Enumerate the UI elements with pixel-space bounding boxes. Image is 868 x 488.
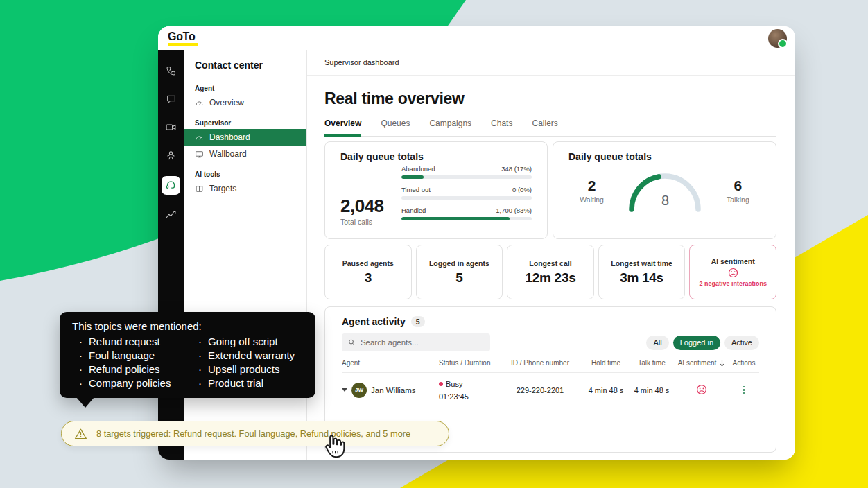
table-row-jan-williams[interactable]: JW Jan Williams Busy 01:23:45 229-220-22… <box>342 373 759 408</box>
hand-cursor <box>322 433 348 464</box>
bar-fill <box>401 175 424 179</box>
tooltip-title: This topics were mentioned: <box>72 320 304 332</box>
hold-time: 4 min 48 s <box>583 386 629 394</box>
stat-label: Longest call <box>529 259 571 268</box>
chat-icon[interactable] <box>162 89 180 108</box>
total-calls-label: Total calls <box>340 218 401 226</box>
sentiment-cell[interactable] <box>675 384 729 397</box>
card-title: Daily queue totals <box>568 151 761 162</box>
status-label: Busy <box>446 380 462 388</box>
status-duration: 01:23:45 <box>439 392 497 401</box>
daily-queue-totals-gauge-card: Daily queue totals 2 Waiting <box>553 141 776 239</box>
sad-face-icon <box>696 384 707 395</box>
video-icon[interactable] <box>162 118 180 137</box>
gauge-center-value: 8 <box>661 193 669 209</box>
nav-item-dashboard[interactable]: Dashboard <box>184 129 306 146</box>
agent-count-badge: 5 <box>411 316 425 327</box>
col-id-phone[interactable]: ID / Phone number <box>497 358 583 368</box>
wallboard-icon <box>195 150 204 159</box>
search-agents-box[interactable] <box>342 333 490 351</box>
bar-value: 1,700 (83%) <box>496 207 532 214</box>
filter-chip-all[interactable]: All <box>646 336 668 350</box>
stat-card-logged-in-agents: Logged in agents 5 <box>416 245 503 299</box>
nav-section-agent: Agent <box>184 76 306 94</box>
stat-value: 12m 23s <box>526 270 576 286</box>
nav-section-supervisor: Supervisor <box>184 111 306 129</box>
queue-bars: Abandoned 348 (17%) Timed out 0 (0%) <box>401 165 532 227</box>
tooltip-topic: Refund policies <box>72 363 191 375</box>
tooltip-topic: Foul language <box>72 349 191 361</box>
dashboard-gauge-icon <box>195 98 204 107</box>
bar-value: 0 (0%) <box>512 186 532 193</box>
tab-campaigns[interactable]: Campaigns <box>429 119 471 137</box>
col-hold-time[interactable]: Hold time <box>583 358 629 368</box>
stat-label: Logged in agents <box>429 259 489 268</box>
analytics-icon[interactable] <box>162 206 180 225</box>
search-input[interactable] <box>361 338 484 347</box>
targets-triggered-alert[interactable]: 8 targets triggered: Refund request. Fou… <box>61 421 449 446</box>
phone-number: 229-220-2201 <box>497 386 583 394</box>
tab-queues[interactable]: Queues <box>381 119 410 137</box>
dashboard-gauge-icon <box>195 133 204 142</box>
page-title: Real time overview <box>324 89 795 108</box>
expand-caret-icon[interactable] <box>342 388 347 392</box>
nav-item-label: Overview <box>209 98 244 107</box>
tooltip-topic: Going off script <box>191 336 304 347</box>
headset-icon[interactable] <box>162 176 180 195</box>
row-actions-kebab-icon[interactable] <box>729 386 759 394</box>
topics-tooltip: This topics were mentioned: Refund reque… <box>60 312 315 398</box>
queue-gauge: 8 <box>626 169 704 212</box>
stat-value: 3 <box>365 270 372 286</box>
stat-card-longest-wait-time: Longest wait time 3m 14s <box>598 245 686 299</box>
filter-chip-active[interactable]: Active <box>724 336 759 350</box>
stat-card-paused-agents: Paused agents 3 <box>324 245 412 299</box>
app-icon-rail <box>158 50 184 460</box>
targets-icon <box>195 184 204 193</box>
tooltip-topic: Product trial <box>191 377 304 389</box>
stat-card-longest-call: Longest call 12m 23s <box>507 245 594 299</box>
app-topbar: GoTo <box>158 26 795 50</box>
bar-row-abandoned: Abandoned 348 (17%) <box>401 165 532 179</box>
bar-label: Abandoned <box>401 165 435 173</box>
sentiment-caption: 2 negative interactions <box>699 280 767 287</box>
col-agent[interactable]: Agent <box>342 358 439 368</box>
col-ai-sentiment-label: AI sentiment <box>678 358 717 368</box>
stat-value: 3m 14s <box>620 270 663 286</box>
phone-icon[interactable] <box>162 61 180 80</box>
stat-value: 5 <box>455 270 462 286</box>
nav-item-wallboard[interactable]: Wallboard <box>184 146 306 162</box>
tab-callers[interactable]: Callers <box>532 119 557 137</box>
nav-item-targets[interactable]: Targets <box>184 180 306 197</box>
main-content: Supervisor dashboard Real time overview … <box>307 50 795 460</box>
card-title: Daily queue totals <box>340 151 532 162</box>
col-ai-sentiment[interactable]: AI sentiment <box>675 358 729 368</box>
alert-text: 8 targets triggered: Refund request. Fou… <box>96 428 410 439</box>
tab-bar: Overview Queues Campaigns Chats Callers <box>324 119 776 137</box>
tooltip-topic: Refund request <box>72 336 191 347</box>
goto-logo: GoTo <box>168 31 198 46</box>
sort-desc-icon <box>719 360 725 367</box>
user-avatar[interactable] <box>768 29 787 48</box>
col-status-duration[interactable]: Status / Duration <box>439 358 497 368</box>
stat-label: Longest wait time <box>611 259 672 268</box>
nav-section-ai-tools: AI tools <box>184 162 306 180</box>
tooltip-topic: Company policies <box>72 377 191 389</box>
tab-chats[interactable]: Chats <box>491 119 512 137</box>
screenshot-stage: { "colors": { "brand_green": "#0bc46d", … <box>0 0 868 488</box>
stat-label: Paused agents <box>342 259 394 268</box>
agent-name: Jan Williams <box>371 386 416 394</box>
warning-triangle-icon <box>74 428 87 440</box>
breadcrumb: Supervisor dashboard <box>307 50 795 76</box>
agent-activity-title: Agent activity <box>342 316 406 327</box>
talk-time: 4 min 48 s <box>629 386 675 394</box>
bar-fill <box>401 217 510 220</box>
filter-chip-logged-in[interactable]: Logged in <box>673 336 720 350</box>
nav-item-overview[interactable]: Overview <box>184 94 306 111</box>
col-talk-time[interactable]: Talk time <box>629 358 675 368</box>
bar-row-handled: Handled 1,700 (83%) <box>401 207 532 220</box>
tooltip-topic: Extended warranty <box>191 349 304 361</box>
people-icon[interactable] <box>162 146 180 165</box>
tab-overview[interactable]: Overview <box>324 119 361 137</box>
goto-logo-underline <box>168 43 198 46</box>
nav-item-label: Wallboard <box>209 149 247 159</box>
